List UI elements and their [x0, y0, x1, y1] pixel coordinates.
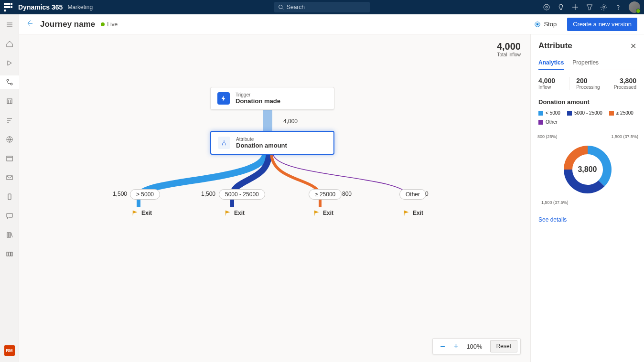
nav-books-icon[interactable]: [0, 228, 19, 242]
nav-mobile-icon[interactable]: [0, 190, 19, 203]
flag-icon: [403, 210, 410, 216]
chart-legend: < 5000 5000 - 25000 ≥ 25000 Other: [538, 110, 636, 125]
nav-building-icon[interactable]: [0, 95, 19, 108]
exit-0[interactable]: Exit: [132, 210, 152, 216]
branch-count-3: 0: [425, 191, 429, 197]
exit-1[interactable]: Exit: [225, 210, 245, 216]
svg-line-1: [282, 8, 283, 10]
branch-count-1: 1,500: [201, 191, 215, 197]
chart-title: Donation amount: [538, 98, 636, 106]
stop-button[interactable]: Stop: [528, 18, 562, 31]
side-panel: Attribute ✕ Analytics Properties 4,000 I…: [530, 34, 644, 362]
tab-analytics[interactable]: Analytics: [538, 56, 564, 70]
zoom-out-button[interactable]: −: [436, 341, 449, 352]
exit-2[interactable]: Exit: [313, 210, 333, 216]
panel-metrics: 4,000 Inflow 200 Processing 3,800 Proces…: [538, 70, 636, 96]
search-placeholder: Search: [287, 4, 305, 11]
nav-home-icon[interactable]: [0, 37, 19, 51]
donut-label-b: 1,500 (37.5%): [541, 200, 569, 205]
flag-icon: [225, 210, 231, 216]
journey-canvas[interactable]: 4,000 Total inflow: [19, 34, 530, 362]
svg-line-26: [11, 233, 12, 237]
target-icon[interactable]: [543, 3, 550, 11]
flag-icon: [313, 210, 320, 216]
svg-rect-31: [537, 23, 539, 25]
total-inflow: 4,000 Total inflow: [497, 41, 521, 57]
panel-tabs: Analytics Properties: [538, 56, 636, 70]
exit-3[interactable]: Exit: [403, 210, 423, 216]
nav-mail-icon[interactable]: [0, 171, 19, 184]
svg-rect-24: [7, 233, 9, 237]
donut-chart: 3,800 1,500 (37.5%) 1,500 (37.5%) 800 (2…: [538, 131, 636, 208]
donut-label-c: 800 (25%): [537, 134, 558, 139]
left-nav: RM: [0, 14, 19, 362]
zoom-controls: − + 100% Reset: [432, 338, 521, 354]
nav-play-icon[interactable]: [0, 56, 19, 70]
branch-pill-1[interactable]: 5000 - 25000: [219, 189, 265, 200]
lightning-icon: [217, 92, 230, 105]
zoom-value: 100%: [462, 343, 486, 350]
zoom-in-button[interactable]: +: [449, 341, 462, 352]
module-label[interactable]: Marketing: [67, 4, 93, 11]
help-icon[interactable]: [614, 3, 622, 11]
node-trigger[interactable]: Trigger Donation made: [210, 87, 334, 110]
plus-icon[interactable]: [571, 3, 579, 11]
svg-rect-28: [9, 252, 10, 256]
svg-point-12: [11, 83, 12, 85]
svg-rect-25: [9, 233, 11, 237]
topbar-actions: [543, 1, 640, 13]
app-launcher-icon[interactable]: [4, 3, 12, 11]
svg-rect-20: [7, 156, 12, 161]
close-icon[interactable]: ✕: [630, 42, 636, 51]
nav-window-icon[interactable]: [0, 152, 19, 165]
lightbulb-icon[interactable]: [557, 3, 565, 11]
page-title: Journey name: [40, 20, 95, 29]
branch-pill-2[interactable]: ≥ 25000: [309, 189, 342, 200]
svg-point-2: [544, 4, 549, 10]
back-button[interactable]: [26, 20, 33, 29]
status-badge: Live: [101, 21, 118, 28]
gear-icon[interactable]: [600, 3, 608, 11]
branch-pill-3[interactable]: Other: [399, 189, 426, 200]
nav-sort-icon[interactable]: [0, 114, 19, 127]
svg-rect-29: [11, 252, 12, 256]
filter-icon[interactable]: [586, 3, 593, 11]
branch-pill-0[interactable]: > 5000: [130, 189, 160, 200]
nav-journey-icon[interactable]: [0, 75, 19, 89]
donut-label-a: 1,500 (37.5%): [611, 134, 638, 139]
branch-icon: [218, 137, 230, 149]
top-bar: Dynamics 365 Marketing Search: [0, 0, 644, 14]
search-icon: [278, 4, 284, 10]
nav-chat-icon[interactable]: [0, 209, 19, 223]
flag-icon: [132, 210, 139, 216]
svg-point-3: [546, 6, 547, 8]
svg-point-6: [603, 6, 605, 8]
panel-title: Attribute: [538, 41, 572, 51]
svg-rect-27: [7, 252, 8, 256]
branch-count-2: 800: [342, 191, 352, 197]
flow-count: 4,000: [283, 118, 298, 125]
canvas-edges: [19, 34, 530, 362]
svg-rect-23: [8, 194, 11, 200]
svg-point-11: [7, 79, 9, 81]
branch-count-0: 1,500: [113, 191, 127, 197]
donut-center-value: 3,800: [578, 165, 597, 174]
nav-globe-icon[interactable]: [0, 133, 19, 146]
zoom-reset-button[interactable]: Reset: [490, 340, 517, 352]
node-attribute[interactable]: Attribute Donation amount: [210, 131, 334, 155]
see-details-link[interactable]: See details: [538, 216, 636, 223]
brand-label: Dynamics 365: [18, 3, 63, 11]
svg-point-0: [279, 5, 283, 9]
avatar[interactable]: [629, 1, 640, 13]
nav-persona-badge[interactable]: RM: [0, 344, 19, 357]
status-dot-icon: [101, 22, 105, 26]
tab-properties[interactable]: Properties: [572, 56, 599, 70]
nav-hamburger-icon[interactable]: [0, 18, 19, 32]
svg-rect-13: [7, 99, 12, 104]
search-input[interactable]: Search: [274, 2, 370, 12]
command-bar: Journey name Live Stop Create a new vers…: [19, 14, 644, 34]
arrow-left-icon: [26, 20, 33, 27]
create-version-button[interactable]: Create a new version: [567, 18, 637, 31]
nav-columns-icon[interactable]: [0, 247, 19, 261]
svg-point-7: [618, 9, 618, 9]
